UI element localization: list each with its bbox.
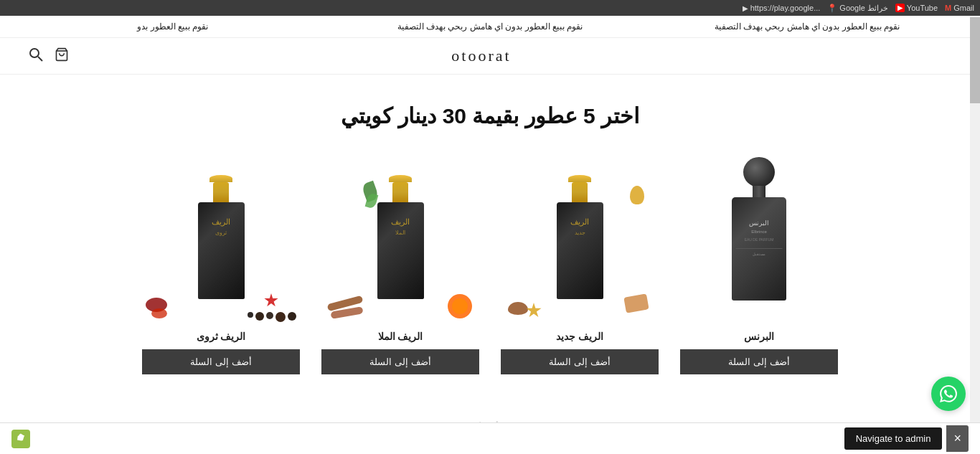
google-play-icon: ▶ bbox=[743, 4, 748, 12]
svg-point-0 bbox=[30, 49, 39, 57]
product-image: الريف ثروى bbox=[142, 164, 300, 322]
product-card: الريف ثروى الريف ثروى أضف إلى السلة bbox=[142, 164, 300, 374]
site-header: otoorat bbox=[0, 38, 980, 75]
product-name: الريف جديد bbox=[501, 331, 659, 342]
svg-line-1 bbox=[38, 57, 42, 61]
product-card: الريف جديد الريف جديد أضف إلى السلة bbox=[501, 164, 659, 374]
scrollbar-track bbox=[970, 16, 980, 389]
search-icon[interactable] bbox=[29, 47, 43, 65]
add-to-cart-button[interactable]: أضف إلى السلة bbox=[501, 349, 659, 374]
gmail-icon: M bbox=[945, 4, 951, 12]
header-icons bbox=[29, 47, 69, 65]
youtube-link[interactable]: ▶ YouTube bbox=[895, 4, 938, 12]
product-image: الريف جديد bbox=[501, 164, 659, 322]
products-grid: البرنس Elbrince EAU DE PARFUM مستقبل الب… bbox=[14, 164, 966, 374]
product-image: البرنس Elbrince EAU DE PARFUM مستقبل bbox=[680, 164, 838, 322]
announcement-text-1: نقوم ببيع العطور بدون اي هامش ربحي بهدف … bbox=[649, 22, 966, 32]
add-to-cart-button[interactable]: أضف إلى السلة bbox=[680, 349, 838, 374]
product-card: الريف الملا الريف الملا أضف إلى السلة bbox=[321, 164, 479, 374]
product-name: الريف ثروى bbox=[142, 331, 300, 342]
google-maps-link[interactable]: 📍 Google خرائط bbox=[827, 4, 888, 13]
product-card: البرنس Elbrince EAU DE PARFUM مستقبل الب… bbox=[680, 164, 838, 374]
add-to-cart-button[interactable]: أضف إلى السلة bbox=[321, 349, 479, 374]
product-name: البرنس bbox=[680, 331, 838, 342]
google-play-link[interactable]: ▶ https://play.google... bbox=[743, 4, 821, 12]
site-logo[interactable]: otoorat bbox=[451, 47, 511, 65]
add-to-cart-button[interactable]: أضف إلى السلة bbox=[142, 349, 300, 374]
cart-icon[interactable] bbox=[55, 47, 69, 65]
youtube-icon: ▶ bbox=[895, 4, 905, 12]
product-name: الريف الملا bbox=[321, 331, 479, 342]
page-title: اختر 5 عطور بقيمة 30 دينار كويتي bbox=[14, 103, 966, 128]
scrollbar-thumb[interactable] bbox=[970, 17, 980, 103]
announcement-text-2: نقوم ببيع العطور بدون اي هامش ربحي بهدف … bbox=[331, 22, 649, 32]
announcement-text-3: نقوم ببيع العطور بدو bbox=[14, 22, 331, 32]
google-maps-icon: 📍 bbox=[827, 4, 837, 13]
main-content: اختر 5 عطور بقيمة 30 دينار كويتي bbox=[0, 75, 980, 389]
product-image: الريف الملا bbox=[321, 164, 479, 322]
announcement-bar: نقوم ببيع العطور بدون اي هامش ربحي بهدف … bbox=[0, 16, 980, 38]
browser-bar: ▶ https://play.google... 📍 Google خرائط … bbox=[0, 0, 980, 16]
gmail-link[interactable]: M Gmail bbox=[945, 4, 974, 12]
